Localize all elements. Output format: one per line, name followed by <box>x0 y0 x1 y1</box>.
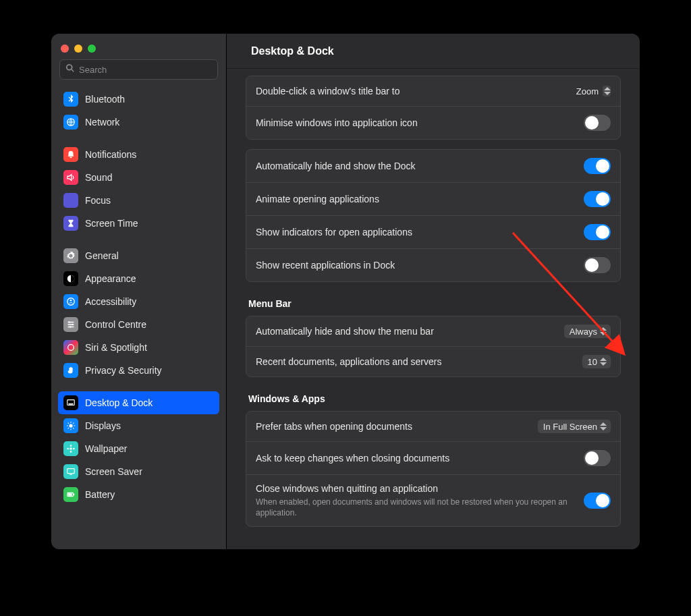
hourglass-icon <box>63 216 78 231</box>
sidebar-item-label: Displays <box>85 420 121 431</box>
siri-icon <box>63 340 78 355</box>
settings-row: Prefer tabs when opening documentsIn Ful… <box>246 412 620 441</box>
chevron-updown-icon <box>600 356 608 367</box>
sidebar-item-general[interactable]: General <box>58 244 219 267</box>
sidebar: BluetoothNetworkNotificationsSoundFocusS… <box>51 34 227 549</box>
svg-point-14 <box>67 448 69 450</box>
popup-button[interactable]: Always <box>564 325 611 338</box>
sidebar-item-notif[interactable]: Notifications <box>58 143 219 166</box>
settings-row: Animate opening applications <box>246 182 620 215</box>
gear-icon <box>63 248 78 263</box>
close-button[interactable] <box>61 45 69 53</box>
titlebar: Desktop & Dock <box>227 34 640 69</box>
sidebar-item-label: Accessibility <box>85 296 136 307</box>
popup-button[interactable]: In Full Screen <box>538 420 611 433</box>
sidebar-item-focus[interactable]: Focus <box>58 189 219 212</box>
sidebar-item-saver[interactable]: Screen Saver <box>58 460 219 483</box>
svg-point-10 <box>69 424 72 427</box>
screen-icon <box>63 464 78 479</box>
row-subtext: When enabled, open documents and windows… <box>256 497 576 518</box>
toggle-switch[interactable] <box>584 115 611 131</box>
popup-value: Always <box>570 327 597 337</box>
svg-rect-16 <box>67 469 75 474</box>
sidebar-item-siri[interactable]: Siri & Spotlight <box>58 336 219 359</box>
settings-row: Automatically hide and show the menu bar… <box>246 316 620 346</box>
sidebar-item-label: Control Centre <box>85 319 146 330</box>
popup-button[interactable]: 10 <box>582 355 611 368</box>
sidebar-item-displays[interactable]: Displays <box>58 414 219 437</box>
toggle-switch[interactable] <box>584 191 611 207</box>
svg-point-13 <box>70 451 72 453</box>
zoom-button[interactable] <box>88 45 96 53</box>
popup-button[interactable]: Zoom <box>571 84 611 98</box>
popup-value: In Full Screen <box>543 422 597 432</box>
settings-row: Close windows when quitting an applicati… <box>246 474 620 526</box>
settings-card: Automatically hide and show the DockAnim… <box>246 149 621 282</box>
sidebar-item-label: Battery <box>85 489 115 500</box>
search-icon <box>65 63 79 76</box>
search-field[interactable] <box>59 59 218 80</box>
sidebar-nav: BluetoothNetworkNotificationsSoundFocusS… <box>51 85 226 549</box>
svg-point-15 <box>73 448 75 450</box>
sidebar-item-privacy[interactable]: Privacy & Security <box>58 359 219 382</box>
settings-content: Double-click a window's title bar toZoom… <box>227 69 640 549</box>
row-label: Close windows when quitting an applicati… <box>256 483 576 494</box>
svg-rect-9 <box>69 403 74 405</box>
sidebar-item-battery[interactable]: Battery <box>58 483 219 506</box>
sidebar-item-wallpaper[interactable]: Wallpaper <box>58 437 219 460</box>
sidebar-item-label: Notifications <box>85 149 136 160</box>
chevron-updown-icon <box>600 326 608 337</box>
svg-rect-18 <box>68 493 72 496</box>
sidebar-item-label: Bluetooth <box>85 94 125 105</box>
bell-icon <box>63 147 78 162</box>
sidebar-item-sound[interactable]: Sound <box>58 166 219 189</box>
sidebar-item-label: Screen Time <box>85 218 138 229</box>
section-title: Menu Bar <box>248 298 618 309</box>
system-settings-window: BluetoothNetworkNotificationsSoundFocusS… <box>51 34 640 549</box>
settings-card: Automatically hide and show the menu bar… <box>246 316 621 377</box>
sidebar-item-appearance[interactable]: Appearance <box>58 267 219 290</box>
sidebar-item-label: Wallpaper <box>85 443 128 454</box>
row-label: Animate opening applications <box>256 194 576 204</box>
dock-icon <box>63 395 78 410</box>
row-label: Automatically hide and show the Dock <box>256 161 576 171</box>
flower-icon <box>63 441 78 456</box>
page-title: Desktop & Dock <box>251 45 334 57</box>
chevron-updown-icon <box>600 421 608 432</box>
toggle-switch[interactable] <box>584 224 611 240</box>
chevron-updown-icon <box>603 86 611 96</box>
minimise-button[interactable] <box>74 45 82 53</box>
hand-icon <box>63 363 78 378</box>
sidebar-item-screentime[interactable]: Screen Time <box>58 212 219 235</box>
battery-icon <box>63 487 78 502</box>
sidebar-item-cc[interactable]: Control Centre <box>58 313 219 336</box>
sidebar-item-label: Appearance <box>85 273 136 284</box>
sidebar-item-label: Desktop & Dock <box>85 397 153 408</box>
settings-row: Recent documents, applications and serve… <box>246 346 620 376</box>
row-label: Show recent applications in Dock <box>256 260 576 271</box>
svg-point-2 <box>67 298 75 306</box>
svg-point-6 <box>70 326 72 328</box>
sidebar-item-access[interactable]: Accessibility <box>58 290 219 313</box>
row-label: Prefer tabs when opening documents <box>256 421 530 432</box>
main-content: Desktop & Dock Double-click a window's t… <box>227 34 640 549</box>
popup-value: 10 <box>588 357 597 367</box>
svg-point-11 <box>70 447 72 450</box>
settings-card: Prefer tabs when opening documentsIn Ful… <box>246 411 621 527</box>
toggle-switch[interactable] <box>584 450 611 466</box>
row-label: Automatically hide and show the menu bar <box>256 326 556 337</box>
sidebar-item-bluetooth[interactable]: Bluetooth <box>58 88 219 111</box>
settings-row: Minimise windows into application icon <box>246 106 620 139</box>
bluetooth-icon <box>63 92 78 107</box>
toggle-switch[interactable] <box>584 158 611 174</box>
row-label: Ask to keep changes when closing documen… <box>256 453 576 464</box>
search-input[interactable] <box>79 65 212 75</box>
toggle-switch[interactable] <box>584 257 611 273</box>
toggle-switch[interactable] <box>584 493 611 509</box>
row-label: Show indicators for open applications <box>256 227 576 237</box>
settings-row: Show indicators for open applications <box>246 215 620 248</box>
settings-row: Ask to keep changes when closing documen… <box>246 441 620 474</box>
sun-icon <box>63 418 78 433</box>
sidebar-item-network[interactable]: Network <box>58 111 219 134</box>
sidebar-item-desktop[interactable]: Desktop & Dock <box>58 391 219 414</box>
